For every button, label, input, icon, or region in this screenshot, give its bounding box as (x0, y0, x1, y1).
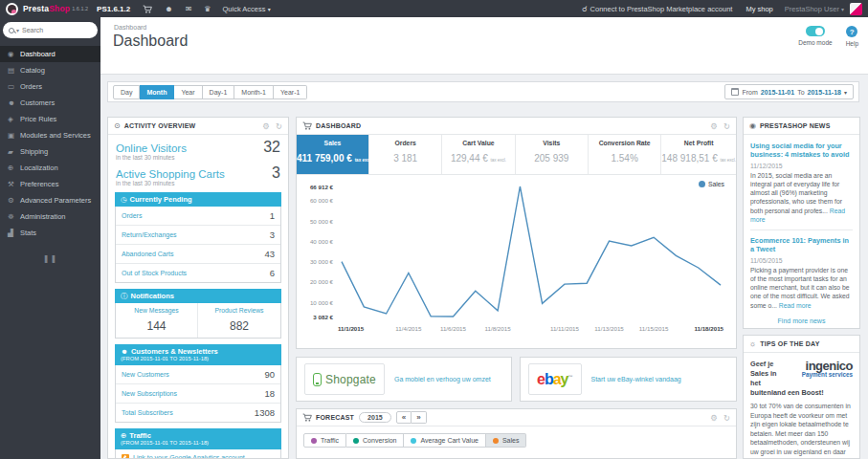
range-month-1-button[interactable]: Month-1 (234, 85, 274, 99)
cart-icon[interactable] (143, 5, 152, 13)
sidebar-item-administration[interactable]: ☸Administration (0, 208, 100, 225)
range-day-1-button[interactable]: Day-1 (203, 85, 235, 99)
search-scope-dropdown[interactable]: ▾ (16, 27, 19, 33)
new-customers-row[interactable]: New Customers90 (116, 365, 280, 384)
refresh-icon[interactable]: ↻ (276, 121, 282, 131)
toggle-average-cart-value[interactable]: Average Cart Value (404, 433, 485, 448)
shopgate-logo[interactable]: Shopgate (304, 363, 385, 395)
pending-out-of-stock-row[interactable]: Out of Stock Products6 (116, 264, 280, 282)
range-day-button[interactable]: Day (113, 85, 140, 99)
y-axis-tick: 60 000 € (310, 197, 333, 204)
sidebar-item-catalog[interactable]: ▤Catalog (0, 62, 100, 78)
total-subscribers-row[interactable]: Total Subscribers1308 (116, 404, 280, 422)
news-article-title[interactable]: Using social media for your business: 4 … (750, 142, 853, 160)
sidebar-item-shipping[interactable]: ▰Shipping (0, 143, 100, 160)
sidebar-item-stats[interactable]: ▟Stats (0, 225, 100, 241)
active-carts-link[interactable]: Active Shopping Carts (116, 168, 225, 180)
sidebar-item-customers[interactable]: ☻Customers (0, 95, 100, 111)
ingenico-logo[interactable]: ingenico Payment services (790, 360, 853, 379)
date-range-picker[interactable]: From2015-11-01 To2015-11-18 ▾ (724, 84, 854, 99)
kpi-cart-value[interactable]: Cart Value129,44 € tax excl. (442, 135, 515, 174)
refresh-icon[interactable]: ↻ (723, 121, 730, 131)
marketplace-link[interactable]: ☌Connect to PrestaShop Marketplace accou… (582, 5, 732, 13)
sales-series-line (342, 186, 721, 317)
find-more-news-link[interactable]: Find more news (750, 317, 853, 324)
divider (750, 230, 853, 230)
toggle-conversion[interactable]: Conversion (346, 433, 404, 448)
forecast-next-button[interactable]: » (412, 411, 426, 424)
active-carts-value: 3 (272, 164, 280, 182)
catalog-icon: ▤ (8, 66, 20, 75)
gear-icon[interactable]: ⚙ (262, 121, 270, 131)
currently-pending-section: ◷Currently Pending Orders1 Return/Exchan… (115, 192, 281, 283)
tips-panel-header: ☼ TIPS OF THE DAY (744, 336, 859, 353)
sidebar-item-preferences[interactable]: ⚒Preferences (0, 176, 100, 192)
brand-version: 1.6.1.2 (72, 6, 88, 11)
quick-access-menu[interactable]: Quick Access ▾ (223, 5, 271, 13)
forecast-prev-button[interactable]: « (396, 411, 412, 424)
sidebar-item-advanced-parameters[interactable]: ⚙Advanced Parameters (0, 192, 100, 208)
page-header: Dashboard Dashboard Demo mode ? Help (100, 17, 868, 75)
google-analytics-link[interactable]: Link to your Google Analytics account (115, 449, 281, 459)
ebay-link[interactable]: Start uw eBay-winkel vandaag (591, 375, 681, 383)
sidebar-item-orders[interactable]: ▭Orders (0, 78, 100, 95)
toggle-traffic[interactable]: Traffic (303, 433, 346, 448)
pending-orders-row[interactable]: Orders1 (116, 207, 280, 226)
customers-rows: New Customers90 New Subscriptions18 Tota… (115, 365, 281, 423)
ebay-logo[interactable]: ebay™ (528, 363, 582, 395)
chart-legend[interactable]: Sales (699, 181, 724, 187)
search-input[interactable] (22, 27, 92, 33)
read-more-link[interactable]: Read more (779, 302, 812, 309)
online-visitors-subtitle: in the last 30 minutes (108, 154, 288, 161)
range-year-button[interactable]: Year (174, 85, 202, 99)
breadcrumb[interactable]: Dashboard (114, 24, 146, 31)
shipping-icon: ▰ (8, 147, 20, 156)
sidebar-item-localization[interactable]: ⊕Localization (0, 160, 100, 176)
sidebar-item-price-rules[interactable]: ◈Price Rules (0, 111, 100, 127)
bulb-icon: ☼ (749, 339, 756, 348)
new-messages-cell[interactable]: New Messages144 (116, 303, 198, 338)
forecast-toggles: Traffic Conversion Average Cart Value Sa… (303, 433, 736, 448)
sidebar-item-modules-and-services[interactable]: ▣Modules and Services (0, 127, 100, 143)
kpi-net-profit[interactable]: Net Profit148 918,51 € tax excl. (661, 135, 736, 174)
help-button[interactable]: ? (846, 26, 857, 37)
user-menu[interactable]: PrestaShop User ▾ (785, 5, 844, 13)
range-month-button[interactable]: Month (140, 85, 174, 99)
toggle-sales[interactable]: Sales (486, 433, 527, 448)
collapse-menu-button[interactable]: ❚❚ (0, 254, 100, 263)
pending-abandoned-carts-row[interactable]: Abandoned Carts43 (116, 245, 280, 264)
new-subscriptions-row[interactable]: New Subscriptions18 (116, 384, 280, 404)
prestashop-logo[interactable] (6, 3, 18, 15)
sidebar-item-dashboard[interactable]: ◉Dashboard (0, 46, 100, 62)
mail-icon[interactable]: ✉ (186, 5, 192, 13)
kpi-orders[interactable]: Orders3 181 (369, 135, 442, 174)
my-shop-link[interactable]: My shop (746, 5, 772, 13)
shopgate-link[interactable]: Ga mobiel en verhoog uw omzet (394, 375, 491, 383)
news-panel-title: PRESTASHOP NEWS (760, 122, 831, 129)
info-icon: ⓘ (121, 292, 128, 300)
product-reviews-cell[interactable]: Product Reviews882 (198, 303, 280, 338)
search-icon (9, 28, 14, 33)
news-article-date: 11/12/2015 (750, 163, 853, 169)
kpi-visits[interactable]: Visits205 939 (516, 135, 589, 174)
kpi-sales[interactable]: Sales411 759,00 € tax excl. (297, 135, 369, 174)
pending-returns-row[interactable]: Return/Exchanges3 (116, 226, 280, 245)
x-axis-tick: 11/13/2015 (594, 325, 624, 332)
cart-icon (302, 121, 312, 130)
header-tools: Demo mode ? Help (798, 26, 858, 47)
x-axis-tick: 11/18/2015 (694, 325, 723, 332)
kpi-conversion-rate[interactable]: Conversion Rate1.54% (589, 135, 661, 174)
gear-icon[interactable]: ⚙ (710, 413, 718, 423)
search-box[interactable]: ▾ (3, 22, 98, 38)
online-visitors-link[interactable]: Online Visitors (116, 142, 187, 154)
employee-icon[interactable]: ☻ (165, 5, 172, 13)
gear-icon[interactable]: ⚙ (710, 121, 718, 131)
demo-mode-toggle[interactable] (806, 26, 825, 36)
activity-icon: ⊙ (114, 121, 121, 130)
range-year-1-button[interactable]: Year-1 (274, 85, 307, 99)
trophy-icon[interactable]: ♛ (204, 5, 211, 13)
news-icon: ◉ (749, 121, 756, 130)
user-avatar[interactable] (850, 3, 862, 15)
news-article-title[interactable]: Ecommerce 101: Payments in a Tweet (750, 236, 853, 254)
refresh-icon[interactable]: ↻ (723, 413, 730, 423)
